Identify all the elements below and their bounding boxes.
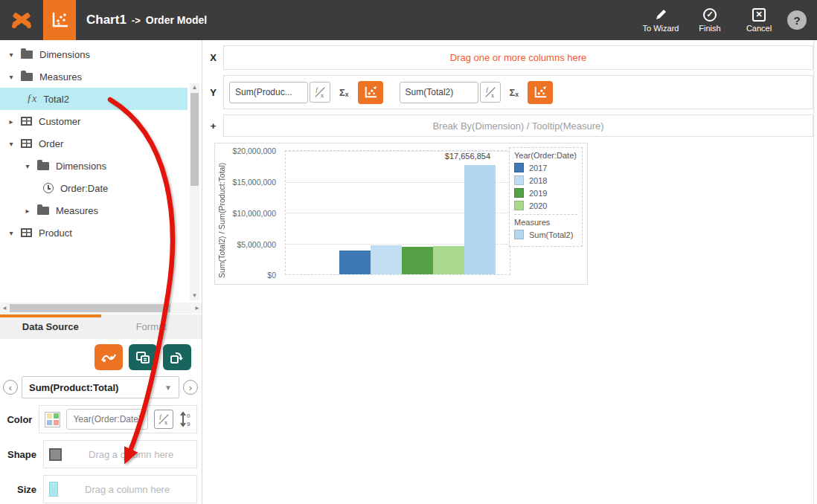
tree-vertical-scrollbar[interactable]: ▲ ▼	[190, 83, 199, 300]
binding-toolbar	[0, 339, 202, 370]
x-axis-label: X	[203, 52, 223, 63]
legend-item: Sum(Total2)	[514, 230, 577, 239]
chart-style-button[interactable]	[94, 344, 123, 370]
chart-designer-app: Chart1 -> Order Model To Wizard ✓ Finish…	[0, 0, 817, 504]
header-bar: Chart1 -> Order Model To Wizard ✓ Finish…	[0, 0, 817, 40]
scroll-left-icon[interactable]: ◄	[0, 303, 9, 314]
chart-type-button[interactable]	[528, 81, 553, 104]
measure-dropdown[interactable]: Sum(Product:Total) ▼	[22, 376, 179, 398]
size-drop-zone[interactable]: Drag a column here	[43, 475, 197, 503]
bar-2020	[433, 246, 464, 274]
tree-item-order-measures[interactable]: ▸ Measures	[0, 199, 188, 222]
shape-drop-zone[interactable]: Drag a column here	[43, 440, 197, 468]
legend-item: 2019	[514, 188, 577, 198]
x-drop-zone[interactable]: Drag one or more columns here	[223, 45, 813, 70]
size-bar-icon	[49, 482, 58, 497]
cancel-button[interactable]: ✕ Cancel	[738, 8, 780, 33]
tree-item-dimensions[interactable]: ▾ Dimensions	[0, 43, 188, 65]
tree-item-order-date[interactable]: Order:Date	[0, 177, 188, 199]
svg-text:f: f	[486, 86, 489, 93]
tick-label: $5,000,000	[237, 240, 276, 249]
tab-data-source[interactable]: Data Source	[0, 314, 101, 339]
edit-chart-icon	[363, 85, 378, 99]
legend-swatch	[514, 201, 524, 210]
binding-panel: ‹ Sum(Product:Total) ▼ › Color Year(Orde…	[0, 339, 202, 504]
tick-label: $20,000,000	[233, 146, 276, 155]
break-by-drop-zone[interactable]: Break By(Dimension) / Tooltip(Measure)	[223, 114, 813, 137]
tick-label: $10,000,000	[233, 209, 276, 218]
y-axis-label: Y	[203, 87, 223, 98]
scroll-down-icon[interactable]: ▼	[190, 291, 199, 300]
shape-binding-row: Shape Drag a column here	[0, 440, 197, 468]
transpose-button[interactable]	[163, 344, 191, 370]
break-by-row: + Break By(Dimension) / Tooltip(Measure)	[203, 114, 813, 137]
folder-icon	[37, 162, 49, 170]
color-field-chip[interactable]: Year(Order:Date)	[66, 409, 148, 430]
legend-item: 2017	[514, 163, 577, 172]
table-icon	[21, 228, 32, 237]
pencil-icon	[654, 8, 667, 22]
caret-down-icon[interactable]: ▾	[6, 229, 16, 237]
caret-down-icon[interactable]: ▾	[6, 73, 16, 81]
caret-right-icon[interactable]: ▸	[22, 207, 33, 215]
tree-item-total2[interactable]: ƒx Total2	[0, 88, 188, 110]
svg-text:f: f	[316, 86, 319, 93]
rotate-icon	[170, 351, 185, 364]
scroll-up-icon[interactable]: ▲	[190, 83, 199, 92]
break-by-placeholder: Break By(Dimension) / Tooltip(Measure)	[432, 120, 603, 132]
next-measure-button[interactable]: ›	[183, 380, 198, 395]
y-field-chip[interactable]: Sum(Produc...	[229, 82, 308, 103]
fx-expression-button[interactable]: f x	[480, 82, 501, 103]
data-source-panel: ▾ Dimensions ▾ Measures ƒx Total2 ▸ Cust…	[0, 40, 202, 504]
aggregate-button[interactable]: Σₓ	[510, 87, 519, 98]
caret-down-icon[interactable]: ▾	[6, 140, 16, 148]
folder-icon	[21, 73, 33, 81]
caret-down-icon[interactable]: ▾	[6, 51, 16, 59]
caret-right-icon[interactable]: ▸	[6, 117, 16, 126]
y-drop-zone[interactable]: Sum(Produc... f x Σₓ	[223, 75, 813, 109]
tree-item-order[interactable]: ▾ Order	[0, 132, 188, 155]
y-axis-ticks: $20,000,000 $15,000,000 $10,000,000 $5,0…	[230, 150, 279, 275]
caret-down-icon[interactable]: ▾	[22, 162, 33, 170]
chart-preview[interactable]: Sum(Total2) / Sum(Product:Total) $20,000…	[214, 143, 588, 285]
legend-divider	[514, 214, 577, 215]
fx-expression-button[interactable]: f x	[154, 410, 173, 429]
legend-measures-label: Measures	[514, 218, 577, 227]
x-placeholder: Drag one or more columns here	[450, 52, 587, 63]
shape-icon	[49, 448, 62, 461]
aggregate-button[interactable]: Σₓ	[339, 87, 349, 98]
tree-item-measures[interactable]: ▾ Measures	[0, 65, 188, 88]
to-wizard-button[interactable]: To Wizard	[640, 8, 682, 33]
folder-icon	[21, 51, 33, 59]
scrollbar-thumb[interactable]	[190, 93, 199, 186]
tree-horizontal-scrollbar[interactable]: ◄ ►	[0, 303, 202, 314]
fx-expression-button[interactable]: f x	[310, 82, 330, 103]
window-scrollbar-edge[interactable]	[813, 40, 817, 504]
tab-format[interactable]: Format	[101, 314, 202, 339]
bar-2018	[371, 245, 402, 274]
help-button[interactable]: ?	[787, 10, 807, 30]
breadcrumb: Chart1 -> Order Model	[86, 13, 207, 28]
prev-measure-button[interactable]: ‹	[3, 380, 18, 395]
y-field-chip[interactable]: Sum(Total2)	[400, 82, 478, 103]
swap-data-button[interactable]	[129, 344, 157, 370]
scatter-line-icon	[100, 351, 117, 364]
chart-tool-tile[interactable]	[43, 0, 76, 40]
table-icon	[21, 117, 32, 126]
svg-text:f: f	[160, 413, 163, 420]
bars	[286, 151, 510, 274]
color-drop-zone[interactable]: Year(Order:Date) f x 0 9	[39, 405, 197, 433]
tree-item-customer[interactable]: ▸ Customer	[0, 110, 188, 132]
chart-legend: Year(Order:Date) 2017 2018 2019 2020	[509, 147, 583, 247]
tree-item-product[interactable]: ▾ Product	[0, 222, 188, 244]
finish-button[interactable]: ✓ Finish	[689, 8, 731, 33]
header-actions: To Wizard ✓ Finish ✕ Cancel ?	[640, 8, 817, 33]
logo-icon	[9, 9, 34, 31]
sort-icon[interactable]: 0 9	[179, 411, 191, 427]
chart-editor-main: X Drag one or more columns here Y Sum(Pr…	[203, 40, 813, 504]
scroll-right-icon[interactable]: ►	[193, 303, 202, 314]
scrollbar-thumb[interactable]	[10, 304, 170, 312]
tree-item-order-dimensions[interactable]: ▾ Dimensions	[0, 155, 188, 177]
panel-tabs: Data Source Format	[0, 314, 202, 339]
chart-type-button[interactable]	[358, 81, 383, 104]
